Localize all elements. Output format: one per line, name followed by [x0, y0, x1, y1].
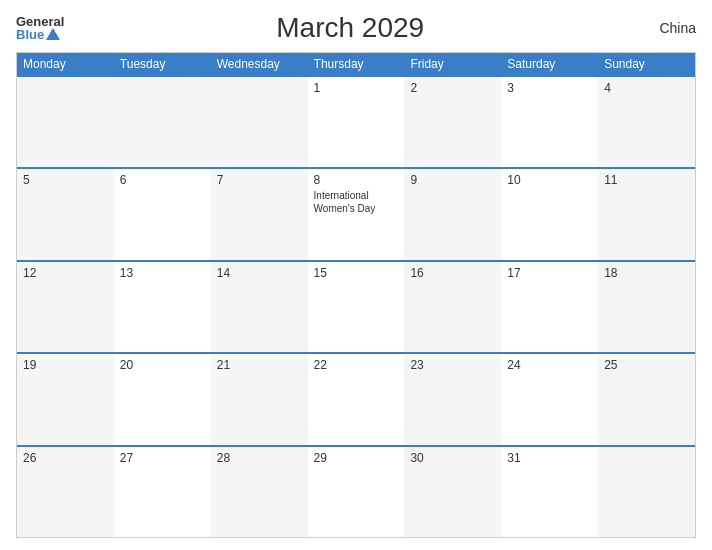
logo-blue-text: Blue [16, 28, 44, 41]
day-cell: 28 [211, 447, 308, 537]
day-number: 14 [217, 266, 302, 280]
day-cell: 5 [17, 169, 114, 259]
week-row-3: 12131415161718 [17, 260, 695, 352]
day-cell: 29 [308, 447, 405, 537]
day-cell: 25 [598, 354, 695, 444]
day-number: 20 [120, 358, 205, 372]
day-number: 17 [507, 266, 592, 280]
day-number: 24 [507, 358, 592, 372]
logo: General Blue [16, 15, 64, 41]
day-number: 7 [217, 173, 302, 187]
day-number: 9 [410, 173, 495, 187]
week-row-5: 262728293031 [17, 445, 695, 537]
day-number: 3 [507, 81, 592, 95]
day-number: 6 [120, 173, 205, 187]
day-cell: 20 [114, 354, 211, 444]
day-cell: 27 [114, 447, 211, 537]
day-number: 29 [314, 451, 399, 465]
day-number: 31 [507, 451, 592, 465]
day-cell: 10 [501, 169, 598, 259]
day-number: 19 [23, 358, 108, 372]
day-number: 5 [23, 173, 108, 187]
header-tuesday: Tuesday [114, 53, 211, 75]
header-sunday: Sunday [598, 53, 695, 75]
day-headers-row: Monday Tuesday Wednesday Thursday Friday… [17, 53, 695, 75]
day-cell: 9 [404, 169, 501, 259]
day-number: 21 [217, 358, 302, 372]
header-saturday: Saturday [501, 53, 598, 75]
day-cell: 3 [501, 77, 598, 167]
day-cell: 12 [17, 262, 114, 352]
day-cell: 14 [211, 262, 308, 352]
day-cell: 21 [211, 354, 308, 444]
day-cell [211, 77, 308, 167]
calendar-grid: Monday Tuesday Wednesday Thursday Friday… [16, 52, 696, 538]
day-cell: 18 [598, 262, 695, 352]
calendar-title: March 2029 [64, 12, 636, 44]
day-cell: 13 [114, 262, 211, 352]
day-cell: 31 [501, 447, 598, 537]
day-number: 28 [217, 451, 302, 465]
header-friday: Friday [404, 53, 501, 75]
day-number: 16 [410, 266, 495, 280]
day-cell: 2 [404, 77, 501, 167]
day-cell: 11 [598, 169, 695, 259]
day-cell: 19 [17, 354, 114, 444]
day-number: 26 [23, 451, 108, 465]
day-number: 2 [410, 81, 495, 95]
week-row-1: 1234 [17, 75, 695, 167]
day-event: International Women's Day [314, 189, 399, 215]
header-monday: Monday [17, 53, 114, 75]
logo-triangle-icon [46, 28, 60, 40]
day-cell: 4 [598, 77, 695, 167]
day-cell: 30 [404, 447, 501, 537]
calendar-page: General Blue March 2029 China Monday Tue… [0, 0, 712, 550]
day-number: 12 [23, 266, 108, 280]
day-cell [598, 447, 695, 537]
day-cell: 16 [404, 262, 501, 352]
day-cell [17, 77, 114, 167]
day-cell: 24 [501, 354, 598, 444]
weeks-container: 12345678International Women's Day9101112… [17, 75, 695, 537]
week-row-2: 5678International Women's Day91011 [17, 167, 695, 259]
day-cell: 22 [308, 354, 405, 444]
day-cell: 17 [501, 262, 598, 352]
day-number: 1 [314, 81, 399, 95]
day-cell: 26 [17, 447, 114, 537]
day-cell: 15 [308, 262, 405, 352]
day-number: 18 [604, 266, 689, 280]
logo-blue-container: Blue [16, 28, 60, 41]
header: General Blue March 2029 China [16, 12, 696, 44]
day-number: 8 [314, 173, 399, 187]
day-cell: 23 [404, 354, 501, 444]
country-label: China [636, 20, 696, 36]
day-number: 15 [314, 266, 399, 280]
header-thursday: Thursday [308, 53, 405, 75]
day-number: 11 [604, 173, 689, 187]
day-number: 30 [410, 451, 495, 465]
week-row-4: 19202122232425 [17, 352, 695, 444]
day-number: 4 [604, 81, 689, 95]
day-number: 10 [507, 173, 592, 187]
day-number: 22 [314, 358, 399, 372]
day-number: 27 [120, 451, 205, 465]
header-wednesday: Wednesday [211, 53, 308, 75]
day-cell: 8International Women's Day [308, 169, 405, 259]
day-cell: 1 [308, 77, 405, 167]
day-cell: 7 [211, 169, 308, 259]
day-number: 13 [120, 266, 205, 280]
day-number: 23 [410, 358, 495, 372]
day-number: 25 [604, 358, 689, 372]
day-cell: 6 [114, 169, 211, 259]
day-cell [114, 77, 211, 167]
